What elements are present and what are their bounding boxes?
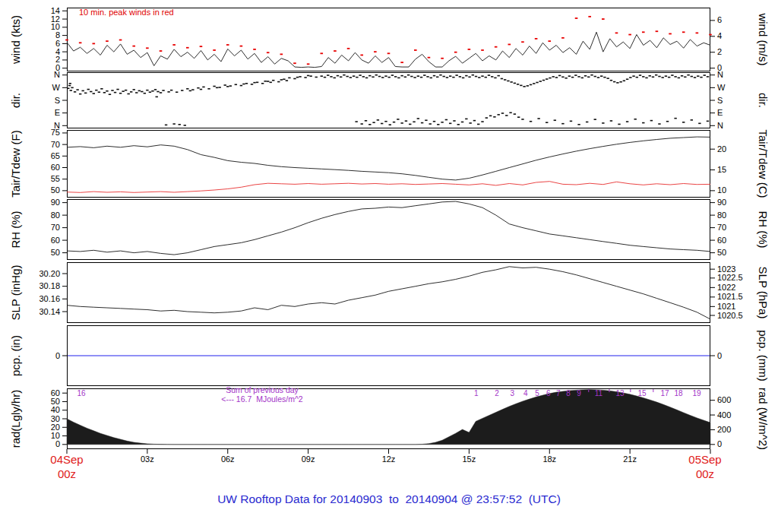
rad-sum-annotation-line1: Sum of previous day [190, 385, 334, 394]
dir-dot [407, 74, 410, 76]
dir-dot [90, 91, 92, 93]
tick-label-left-rad: 50 [51, 397, 60, 406]
dir-dot [135, 92, 138, 93]
dir-dot [245, 83, 248, 84]
peak-dot [132, 46, 135, 47]
dir-dot [235, 84, 237, 85]
dir-dot [179, 124, 181, 125]
dir-dot [425, 119, 427, 121]
dir-dot [327, 74, 329, 76]
dir-dot [478, 77, 480, 78]
rad-hour-label: 9 [577, 389, 581, 397]
dir-dot [606, 78, 609, 79]
dir-dot [283, 78, 285, 80]
dir-dot [353, 75, 355, 77]
dir-dot [330, 76, 332, 78]
peak-dot [92, 43, 95, 44]
peak-dot [441, 58, 444, 59]
panel-slp: 30.1430.1630.1830.201020.510211021.51022… [9, 263, 770, 323]
x-axis-tick-label: 06z [221, 454, 235, 464]
peak-dot [146, 47, 149, 49]
peak-dot [602, 18, 605, 20]
dir-dot [372, 122, 375, 123]
peak-dot [347, 48, 350, 49]
dir-dot [674, 76, 676, 78]
dir-dot [523, 86, 525, 87]
dir-dot [79, 93, 81, 95]
peak-dot [267, 52, 270, 53]
dir-dot [226, 86, 229, 87]
panel-frame-dir [68, 73, 710, 128]
dir-dot [197, 87, 199, 89]
tick-label-right-dir: E [717, 108, 723, 117]
dir-dot [154, 89, 157, 90]
dir-dot [488, 74, 490, 76]
dir-dot [459, 76, 461, 78]
dir-dot [384, 75, 387, 77]
dir-dot [381, 77, 384, 78]
dir-dot [610, 80, 612, 81]
axis-title-right-slp: SLP (hPa) [757, 267, 770, 319]
dir-dot [678, 78, 680, 79]
dir-dot [505, 115, 508, 116]
x-axis-tick-label: 09z [302, 454, 315, 464]
axis-title-right-wind: wind (m/s) [757, 12, 770, 65]
axis-title-left-dir: dir. [9, 93, 22, 108]
dir-dot [400, 122, 403, 124]
tick-label-left-slp: 30.16 [39, 294, 60, 303]
dir-dot [307, 75, 309, 77]
dir-dot [642, 76, 644, 78]
rad-hour-label: 1 [474, 389, 479, 397]
dir-dot [441, 122, 443, 123]
dir-dot [430, 78, 432, 79]
tick-label-left-temp: 65 [51, 151, 60, 160]
dir-dot [362, 76, 365, 78]
peak-dot [307, 63, 310, 65]
dir-dot [649, 75, 651, 77]
dir-dot [365, 120, 367, 122]
peak-dot [481, 49, 484, 51]
dir-dot [200, 89, 202, 90]
x-axis-tick-label: 18z [542, 454, 556, 464]
dir-dot [704, 74, 706, 76]
dir-dot [561, 123, 564, 125]
dir-dot [95, 90, 97, 91]
dir-dot [264, 81, 266, 82]
dir-dot [668, 77, 670, 78]
dir-dot [334, 78, 336, 79]
dir-dot [389, 124, 391, 125]
dir-dot [100, 88, 103, 90]
dir-dot [133, 89, 135, 90]
dir-dot [542, 80, 545, 81]
tick-label-right-rh: 60 [717, 236, 726, 245]
dir-dot [661, 77, 663, 78]
peak-dot [226, 44, 229, 46]
rad-hour-label: 15 [637, 389, 647, 397]
axis-title-left-rh: RH (%) [9, 211, 22, 248]
tick-label-left-rad: 0 [55, 439, 60, 448]
dir-dot [507, 81, 509, 82]
dir-dot [340, 76, 342, 78]
tick-label-left-dir: N [54, 70, 60, 79]
tick-label-left-wind: 8 [55, 30, 60, 40]
dir-dot [655, 74, 657, 76]
dir-dot [207, 88, 210, 90]
peak-dot [106, 40, 109, 42]
tick-label-right-slp: 1021.5 [717, 292, 743, 301]
peak-dot [656, 30, 659, 32]
tick-label-right-temp: 15 [717, 165, 726, 174]
dir-dot [504, 79, 506, 81]
dir-dot [539, 81, 542, 82]
dir-dot [650, 120, 653, 122]
dir-dot [433, 121, 435, 122]
peak-dot [213, 49, 216, 51]
dir-dot [639, 74, 641, 76]
dir-dot [189, 90, 191, 92]
dir-dot [103, 92, 106, 93]
tick-label-right-slp: 1022.5 [717, 273, 743, 282]
dir-dot [116, 89, 119, 90]
dir-dot [574, 74, 577, 76]
rad-hour-label: 13 [616, 389, 625, 397]
peak-dot [682, 31, 685, 33]
dir-dot [381, 123, 383, 125]
